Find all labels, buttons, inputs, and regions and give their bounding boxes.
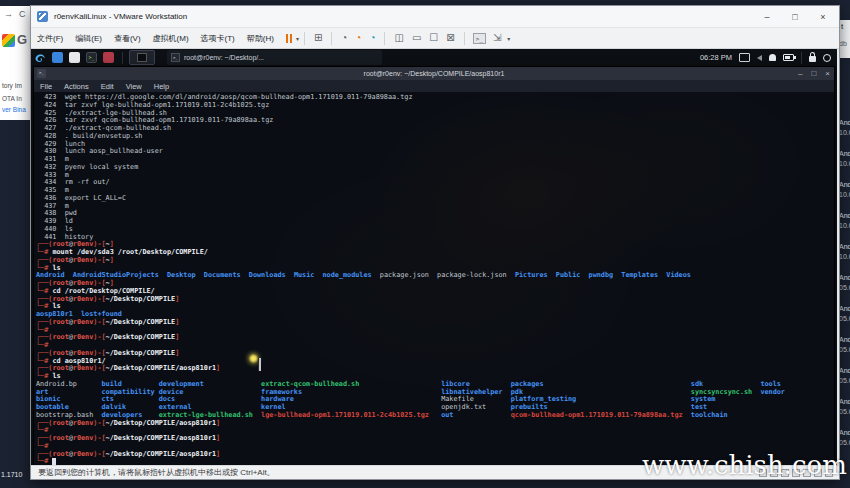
pause-vm-button[interactable]: ▾	[286, 34, 299, 43]
clock[interactable]: 06:28 PM	[700, 53, 732, 62]
browser-text-fragment: And	[839, 180, 850, 190]
terminal-output[interactable]: 423 wget https://dl.google.com/dl/androi…	[34, 93, 834, 465]
fit-guest-icon[interactable]: ⇲	[489, 29, 505, 47]
file-manager-icon[interactable]	[52, 52, 63, 63]
background-browser-left[interactable]: → C G tory Im OTA In ver Bina	[0, 6, 30, 120]
vmware-logo-icon	[37, 11, 48, 22]
menu-edit[interactable]: 编辑(E)	[69, 33, 108, 44]
menu-file[interactable]: 文件(F)	[31, 33, 69, 44]
terminal-menu-edit[interactable]: Edit	[95, 82, 120, 91]
terminal-line: ┌──(root@r0env)-[~/Desktop/COMPILE]	[36, 350, 834, 358]
menu-help[interactable]: 帮助(H)	[241, 33, 280, 44]
vmware-window: r0envKaliLinux - VMware Workstation – □ …	[30, 5, 840, 480]
panel-status-area: 06:28 PM	[700, 52, 831, 64]
browser-text-fragment: 10.0	[839, 221, 850, 242]
browser-text-fragment: 05.0	[839, 407, 850, 428]
terminal-line: ┌──(root@r0env)-[~/Desktop/COMPILE/aosp8…	[36, 365, 834, 373]
minimize-button[interactable]: –	[753, 12, 781, 22]
terminal-maximize-button[interactable]: □	[811, 69, 816, 78]
terminal-line: ┌──(root@r0env)-[~/Desktop/COMPILE]	[36, 296, 834, 304]
terminal-line: 427 ./extract-qcom-bullhead.sh	[36, 125, 834, 133]
terminal-menu-help[interactable]: Help	[148, 82, 175, 91]
thumbnail-bar-icon[interactable]: ▭	[408, 29, 425, 47]
mouse-highlight-dot	[249, 354, 258, 363]
browser-link-fragment: ver Bina	[2, 106, 26, 113]
terminal-line: 431 m	[36, 156, 834, 164]
taskbar-item-terminal[interactable]: >_ root@r0env: ~/Desktop/...	[167, 50, 382, 65]
browser-forward-icon: →	[4, 9, 13, 19]
menu-tabs[interactable]: 选项卡(T)	[195, 33, 241, 44]
terminal-window-title: root@r0env: ~/Desktop/COMPILE/aosp810r1	[34, 70, 834, 77]
terminal-line: 441 history	[36, 234, 834, 242]
battery-icon[interactable]	[783, 54, 794, 61]
browser-text-fragment: And	[839, 149, 850, 159]
terminal-line: ┌──(root@r0env)-[~/Desktop/COMPILE/aosp8…	[36, 435, 834, 443]
vmware-window-title: r0envKaliLinux - VMware Workstation	[54, 12, 187, 21]
send-ctrl-alt-del-icon[interactable]: ⊞	[310, 29, 326, 47]
google-wordmark-fragment: G	[17, 32, 27, 47]
display-icon[interactable]	[739, 53, 750, 62]
browser-text-fragment: And	[839, 304, 850, 314]
browser-text-fragment: And	[839, 211, 850, 221]
terminal-icon: >_	[171, 53, 180, 62]
menu-view[interactable]: 查看(V)	[108, 33, 147, 44]
vm-display: >_ >_ root@r0env: ~/Desktop/... 06:28 PM	[31, 49, 837, 465]
browser-text-fragment: And	[839, 397, 850, 407]
unity-mode-icon[interactable]: ⊠	[442, 29, 458, 47]
terminal-window: >_ root@r0env: ~/Desktop/COMPILE/aosp810…	[33, 66, 835, 465]
toolbar-separator	[464, 32, 465, 45]
terminal-menu-actions[interactable]: Actions	[58, 82, 95, 91]
terminal-line: 430 lunch aosp_bullhead-user	[36, 148, 834, 156]
menu-vm[interactable]: 虚拟机(M)	[147, 33, 195, 44]
status-message: 要返回到您的计算机，请将鼠标指针从虚拟机中移出或按 Ctrl+Alt。	[38, 467, 275, 478]
volume-icon[interactable]	[757, 55, 762, 61]
maximize-button[interactable]: □	[781, 12, 809, 22]
terminal-launcher-icon[interactable]: >_	[86, 52, 97, 63]
library-panel-icon[interactable]: ◫	[390, 29, 407, 47]
text-editor-icon[interactable]	[69, 52, 80, 63]
browser-text-fragment: And	[839, 118, 850, 128]
browser-text-fragment: And	[839, 428, 850, 438]
google-logo-icon	[2, 34, 15, 47]
taskbar-item-label: root@r0env: ~/Desktop/...	[184, 54, 264, 61]
browser-text-fragment: And	[839, 242, 850, 252]
snapshot-manager-icon[interactable]: ◔	[365, 29, 379, 47]
terminal-line: ┌──(root@r0env)-[~]	[36, 280, 834, 288]
kali-top-panel: >_ >_ root@r0env: ~/Desktop/... 06:28 PM	[31, 49, 837, 66]
app-launcher-icon[interactable]	[103, 52, 114, 63]
power-icon[interactable]	[823, 54, 831, 62]
browser-version-list-fragment: And10.0And10.0And10.0And10.0And10.0And05…	[839, 118, 850, 459]
terminal-line: 433 m	[36, 172, 834, 180]
fullscreen-icon[interactable]: ☐	[425, 29, 442, 47]
snapshot-revert-icon[interactable]: ◔	[351, 29, 365, 47]
terminal-menu-bar: File Actions Edit View Help	[34, 80, 834, 93]
notifications-bell-icon[interactable]	[769, 54, 776, 61]
terminal-close-button[interactable]: ×	[825, 69, 830, 78]
terminal-line: 437 m	[36, 203, 834, 211]
browser-text-fragment: And	[839, 366, 850, 376]
watermark: www.chish.com	[642, 450, 847, 480]
terminal-menu-view[interactable]: View	[120, 82, 148, 91]
workspace-button[interactable]	[129, 50, 155, 65]
kali-menu-icon[interactable]	[34, 52, 46, 64]
chevron-down-icon: ▾	[296, 35, 299, 42]
terminal-line: ┌──(root@r0env)-[~]	[36, 257, 834, 265]
chevron-down-icon: ▾	[507, 35, 510, 42]
vmware-title-bar[interactable]: r0envKaliLinux - VMware Workstation – □ …	[31, 6, 839, 28]
terminal-line: 428 . build/envsetup.sh	[36, 133, 834, 141]
terminal-title-bar[interactable]: >_ root@r0env: ~/Desktop/COMPILE/aosp810…	[34, 67, 834, 80]
terminal-line: 439 ld	[36, 218, 834, 226]
terminal-menu-file[interactable]: File	[34, 82, 58, 91]
browser-text-fragment: 1.1710	[1, 471, 22, 478]
terminal-line: ┌──(root@r0env)-[~/Desktop/COMPILE]	[36, 334, 834, 342]
terminal-minimize-button[interactable]: –	[798, 69, 802, 78]
terminal-line: 432 pyenv local system	[36, 164, 834, 172]
toolbar-separator	[384, 32, 385, 45]
close-button[interactable]: ×	[809, 12, 837, 22]
browser-link-fragment: tory Im	[2, 82, 22, 89]
snapshot-take-icon[interactable]: ◔	[337, 29, 351, 47]
terminal-line: └─# ls	[36, 303, 834, 311]
console-view-icon[interactable]: >_	[473, 33, 486, 44]
lock-screen-icon[interactable]	[809, 56, 816, 62]
terminal-line: ┌──(root@r0env)-[~/Desktop/COMPILE]	[36, 319, 834, 327]
